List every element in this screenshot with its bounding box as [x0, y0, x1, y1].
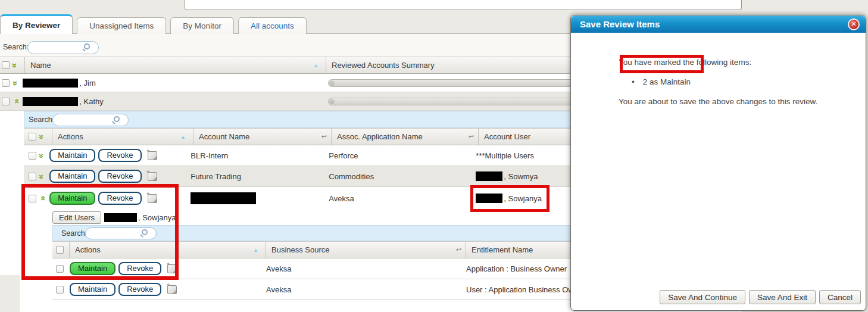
select-all-checkbox[interactable]	[29, 133, 36, 141]
column-header-actions[interactable]: Actions ▲	[70, 242, 266, 258]
tab-bar: By Reviewer Unassigned Items By Monitor …	[0, 14, 572, 34]
redacted-text	[476, 171, 502, 181]
revoke-button[interactable]: Revoke	[98, 192, 141, 205]
edit-users-user: , Sowjanya	[104, 213, 176, 222]
note-icon[interactable]: ✦	[167, 264, 177, 273]
column-header-label: Actions	[75, 245, 101, 254]
revoke-button[interactable]: Revoke	[118, 262, 161, 275]
maintain-button[interactable]: Maintain	[49, 170, 95, 183]
expand-row-icon[interactable]: »	[11, 80, 20, 85]
column-header-label: Account Name	[199, 132, 249, 141]
expand-row-icon[interactable]: »	[38, 174, 46, 178]
dialog-item-text: 2 as Maintain	[643, 77, 691, 86]
reviewer-search-row: Search:	[0, 34, 570, 57]
actions-cell: Maintain Revoke ✦	[64, 283, 260, 296]
select-all-checkbox[interactable]	[2, 61, 10, 69]
dialog-footer: Save And Continue Save And Exit Cancel	[660, 290, 861, 304]
reviewer-name: , Jim	[23, 79, 95, 88]
column-header-account-name[interactable]: Account Name ↩	[193, 129, 332, 145]
dialog-confirmation-text: You are about to save the above changes …	[619, 97, 817, 106]
tab-unassigned-items[interactable]: Unassigned Items	[77, 17, 166, 34]
note-icon[interactable]: ✦	[167, 285, 177, 294]
row-checkbox[interactable]	[29, 195, 36, 202]
collapse-row-icon[interactable]: »	[38, 196, 46, 200]
row-checkbox[interactable]	[56, 286, 64, 294]
edit-users-button[interactable]: Edit Users	[52, 211, 101, 224]
page-background-patch	[0, 275, 20, 312]
search-icon	[142, 229, 148, 235]
maintain-button-selected[interactable]: Maintain	[70, 262, 115, 275]
column-header-label: Reviewed Accounts Summary	[332, 61, 435, 70]
cropped-toolbar-field[interactable]	[185, 0, 742, 10]
search-icon	[114, 116, 120, 122]
business-source-cell: Aveksa	[260, 285, 460, 294]
row-checkbox[interactable]	[56, 265, 64, 273]
actions-cell: Maintain Revoke ✦	[44, 192, 185, 205]
row-checkbox[interactable]	[2, 98, 10, 105]
tab-by-monitor[interactable]: By Monitor	[170, 17, 234, 34]
close-icon[interactable]: ✕	[848, 18, 860, 30]
column-header-actions[interactable]: Actions ▲	[52, 129, 193, 145]
redacted-text	[191, 192, 256, 204]
tab-all-accounts[interactable]: All accounts	[238, 17, 307, 34]
redacted-text	[104, 213, 137, 222]
business-source-cell: Aveksa	[260, 264, 460, 273]
revoke-button[interactable]: Revoke	[98, 170, 141, 183]
search-icon	[84, 43, 90, 49]
expand-row-icon[interactable]: »	[38, 153, 46, 157]
expand-all-icon[interactable]: »	[11, 63, 20, 67]
bullet-icon: •	[632, 77, 635, 86]
save-review-items-dialog: Save Review Items ✕ You have marked the …	[570, 15, 866, 311]
column-header-business-source[interactable]: Business Source ↩	[266, 242, 466, 258]
actions-cell: Maintain Revoke ✦	[44, 149, 185, 162]
sort-ascending-icon[interactable]: ▲	[253, 247, 258, 253]
dialog-title: Save Review Items	[580, 19, 660, 29]
maintain-button-selected[interactable]: Maintain	[49, 192, 95, 205]
account-name-cell	[185, 192, 323, 204]
row-checkbox[interactable]	[2, 79, 10, 87]
note-icon[interactable]: ✦	[148, 194, 157, 203]
maintain-button[interactable]: Maintain	[49, 149, 95, 162]
maintain-button[interactable]: Maintain	[70, 283, 115, 296]
redacted-text	[476, 194, 502, 203]
column-header-label: Account User	[484, 132, 530, 141]
filter-icon[interactable]: ↩	[456, 246, 461, 254]
search-label: Search:	[29, 116, 54, 124]
redacted-text	[23, 79, 78, 88]
revoke-button[interactable]: Revoke	[98, 149, 141, 162]
search-label: Search:	[3, 43, 29, 51]
revoke-button[interactable]: Revoke	[118, 283, 161, 296]
tab-by-reviewer[interactable]: By Reviewer	[0, 14, 73, 34]
cancel-button[interactable]: Cancel	[819, 290, 861, 304]
actions-cell: Maintain Revoke ✦	[64, 262, 260, 275]
redacted-text	[23, 97, 78, 106]
dialog-intro-text: You have marked the following items:	[619, 58, 751, 67]
sort-ascending-icon[interactable]: ▲	[313, 63, 319, 68]
column-header-label: Actions	[58, 132, 83, 141]
dialog-titlebar[interactable]: Save Review Items ✕	[571, 15, 866, 33]
filter-icon[interactable]: ↩	[321, 133, 327, 141]
save-and-exit-button[interactable]: Save And Exit	[749, 290, 816, 304]
column-header-assoc-application[interactable]: Assoc. Application Name ↩	[332, 129, 479, 145]
expand-all-icon[interactable]: »	[38, 135, 46, 139]
sort-ascending-icon[interactable]: ▲	[180, 134, 186, 140]
search-label: Search:	[61, 229, 87, 238]
application-cell: Perforce	[323, 151, 470, 160]
save-and-continue-button[interactable]: Save And Continue	[660, 290, 745, 304]
column-header-label: Entitlement Name	[472, 245, 533, 254]
filter-icon[interactable]: ↩	[469, 133, 474, 141]
account-name-cell: BLR-Intern	[185, 151, 323, 160]
actions-cell: Maintain Revoke ✦	[44, 170, 185, 183]
application-cell: Commodities	[323, 172, 470, 181]
note-icon[interactable]: ✦	[148, 172, 157, 181]
note-icon[interactable]: ✦	[148, 151, 157, 160]
row-checkbox[interactable]	[29, 173, 36, 180]
dialog-body: You have marked the following items: • 2…	[571, 33, 866, 310]
select-all-checkbox[interactable]	[56, 246, 64, 254]
column-header-label: Name	[30, 61, 51, 70]
reviewer-name: , Kathy	[23, 97, 103, 106]
column-header-name[interactable]: Name ▲	[25, 57, 326, 73]
collapse-row-icon[interactable]: »	[11, 99, 20, 103]
row-checkbox[interactable]	[29, 152, 36, 160]
application-cell: Aveksa	[323, 194, 470, 203]
